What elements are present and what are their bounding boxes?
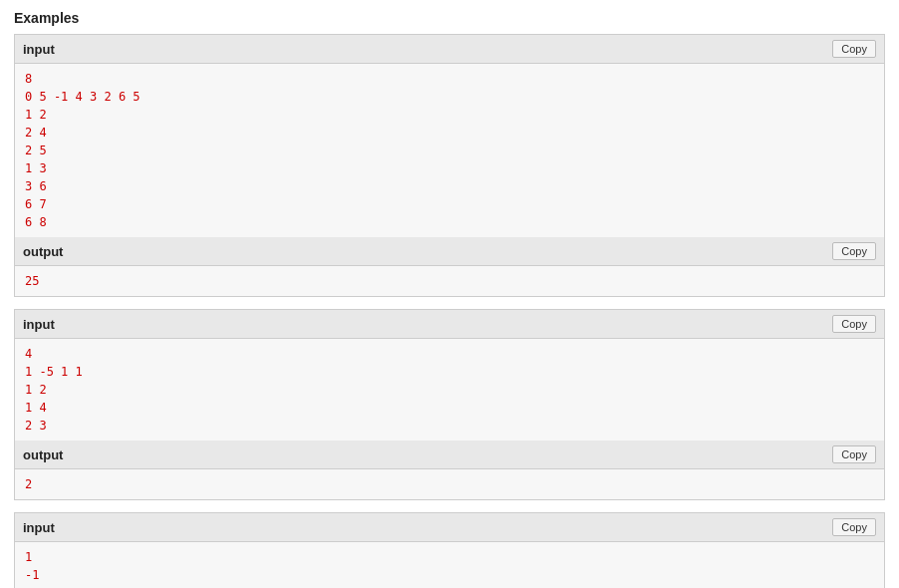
input-label-1: input [23, 42, 55, 57]
output-copy-button-2[interactable]: Copy [832, 445, 876, 463]
output-header-1: output Copy [15, 237, 884, 266]
input-label-2: input [23, 317, 55, 332]
example-block-2: input Copy 4 1 -5 1 1 1 2 1 4 2 3 output… [14, 309, 885, 500]
output-copy-button-1[interactable]: Copy [832, 242, 876, 260]
input-content-1: 8 0 5 -1 4 3 2 6 5 1 2 2 4 2 5 1 3 3 6 6… [15, 64, 884, 237]
input-header-1: input Copy [15, 35, 884, 64]
output-header-2: output Copy [15, 441, 884, 469]
input-copy-button-3[interactable]: Copy [832, 518, 876, 536]
input-copy-button-2[interactable]: Copy [832, 315, 876, 333]
input-header-2: input Copy [15, 310, 884, 339]
output-label-1: output [23, 244, 63, 259]
page-title: Examples [14, 10, 885, 26]
example-block-3: input Copy 1 -1 output Copy Impossible [14, 512, 885, 588]
output-label-2: output [23, 447, 63, 462]
input-header-3: input Copy [15, 513, 884, 542]
output-content-2: 2 [15, 469, 884, 499]
input-content-2: 4 1 -5 1 1 1 2 1 4 2 3 [15, 339, 884, 441]
input-content-3: 1 -1 [15, 542, 884, 588]
input-label-3: input [23, 520, 55, 535]
input-copy-button-1[interactable]: Copy [832, 40, 876, 58]
output-content-1: 25 [15, 266, 884, 296]
example-block-1: input Copy 8 0 5 -1 4 3 2 6 5 1 2 2 4 2 … [14, 34, 885, 297]
